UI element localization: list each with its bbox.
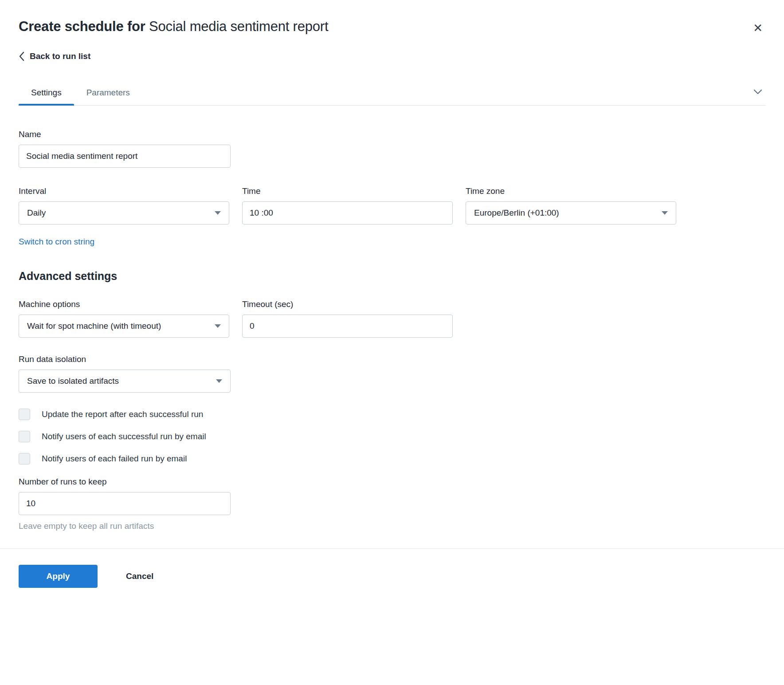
checkbox-label: Notify users of each failed run by email [42, 454, 187, 464]
run-data-isolation-value: Save to isolated artifacts [27, 376, 119, 386]
runs-to-keep-label: Number of runs to keep [19, 477, 765, 487]
caret-down-icon [215, 211, 221, 215]
run-data-isolation-label: Run data isolation [19, 354, 765, 364]
interval-value: Daily [27, 208, 46, 218]
close-icon[interactable]: ✕ [750, 20, 765, 36]
checkbox-icon[interactable] [19, 453, 30, 465]
timezone-label: Time zone [466, 186, 676, 196]
timezone-select[interactable]: Europe/Berlin (+01:00) [466, 201, 676, 224]
advanced-settings-heading: Advanced settings [19, 270, 765, 283]
machine-options-select[interactable]: Wait for spot machine (with timeout) [19, 315, 229, 338]
checkbox-label: Update the report after each successful … [42, 409, 203, 419]
checkbox-notify-success[interactable]: Notify users of each successful run by e… [19, 431, 765, 442]
switch-to-cron-link[interactable]: Switch to cron string [19, 237, 94, 247]
time-field-group: Time [242, 186, 453, 224]
machine-row: Machine options Wait for spot machine (w… [19, 299, 765, 338]
modal-footer: Apply Cancel [0, 548, 784, 588]
timezone-field-group: Time zone Europe/Berlin (+01:00) [466, 186, 676, 224]
tab-settings[interactable]: Settings [19, 88, 74, 105]
page-title: Create schedule for Social media sentime… [19, 19, 328, 35]
time-input[interactable] [242, 201, 453, 224]
runs-to-keep-field-group: Number of runs to keep Leave empty to ke… [19, 477, 765, 531]
timeout-input[interactable] [242, 315, 453, 338]
run-data-isolation-select[interactable]: Save to isolated artifacts [19, 370, 231, 393]
page-title-subject: Social media sentiment report [149, 19, 328, 34]
caret-down-icon [662, 211, 668, 215]
page-title-bold: Create schedule for [19, 19, 145, 34]
back-link-label: Back to run list [30, 51, 90, 61]
chevron-left-icon [19, 51, 24, 61]
caret-down-icon [216, 379, 222, 383]
machine-options-label: Machine options [19, 299, 229, 309]
name-input[interactable] [19, 145, 231, 168]
timezone-value: Europe/Berlin (+01:00) [474, 208, 559, 218]
interval-select[interactable]: Daily [19, 201, 229, 224]
checkbox-icon[interactable] [19, 409, 30, 420]
tab-parameters[interactable]: Parameters [74, 88, 142, 105]
create-schedule-modal: Create schedule for Social media sentime… [0, 0, 784, 685]
timeout-label: Timeout (sec) [242, 299, 453, 309]
timeout-field-group: Timeout (sec) [242, 299, 453, 338]
checkbox-update-report[interactable]: Update the report after each successful … [19, 409, 765, 420]
cancel-button[interactable]: Cancel [126, 571, 153, 581]
chevron-down-icon[interactable] [753, 89, 763, 97]
run-data-isolation-field-group: Run data isolation Save to isolated arti… [19, 354, 765, 393]
apply-button[interactable]: Apply [19, 565, 98, 588]
checkbox-label: Notify users of each successful run by e… [42, 432, 206, 441]
interval-label: Interval [19, 186, 229, 196]
machine-options-value: Wait for spot machine (with timeout) [27, 321, 161, 331]
checkbox-notify-failed[interactable]: Notify users of each failed run by email [19, 453, 765, 465]
runs-to-keep-input[interactable] [19, 492, 231, 515]
name-field-group: Name [19, 130, 765, 168]
checkbox-icon[interactable] [19, 431, 30, 442]
runs-to-keep-helper: Leave empty to keep all run artifacts [19, 521, 765, 531]
name-label: Name [19, 130, 765, 139]
interval-field-group: Interval Daily [19, 186, 229, 224]
machine-options-field-group: Machine options Wait for spot machine (w… [19, 299, 229, 338]
back-to-run-list-link[interactable]: Back to run list [19, 51, 90, 61]
tabs-bar: Settings Parameters [19, 88, 765, 106]
schedule-row: Interval Daily Time Time zone Europe/Ber… [19, 186, 765, 224]
modal-header: Create schedule for Social media sentime… [19, 0, 765, 36]
time-label: Time [242, 186, 453, 196]
checkbox-group: Update the report after each successful … [19, 409, 765, 465]
caret-down-icon [215, 324, 221, 328]
